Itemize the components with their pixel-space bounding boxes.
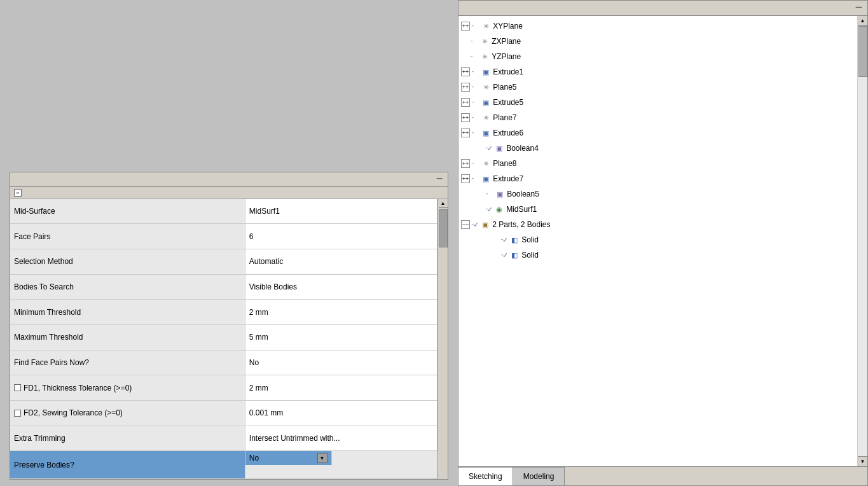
plane-icon: ✳ [481, 21, 491, 31]
table-row[interactable]: Minimum Threshold2 mm [10, 300, 437, 325]
tree-item-label: Extrude7 [493, 172, 523, 185]
extrude-icon: ▣ [481, 174, 491, 184]
tree-pin-icon[interactable]: 𝍠 [855, 3, 862, 13]
list-item[interactable]: ····✳ZXPlane [458, 34, 857, 49]
checkbox[interactable] [14, 410, 21, 417]
tree-connector: ···· [471, 20, 473, 32]
tree-connector: ···· [470, 35, 472, 48]
details-scrollbar[interactable]: ▲ [437, 199, 448, 479]
property-value: MidSurf1 [245, 199, 437, 224]
property-value: 2 mm [245, 375, 437, 401]
table-row[interactable]: Mid-SurfaceMidSurf1 [10, 199, 437, 224]
details-titlebar: 𝍠 [10, 172, 448, 187]
plane-icon: ✳ [479, 52, 490, 62]
expand-button[interactable]: + [461, 98, 470, 107]
property-value[interactable]: No▼ [245, 451, 332, 465]
property-value: Visible Bodies [245, 274, 437, 300]
list-item[interactable]: ····✓◧Solid [458, 232, 857, 247]
tree-item-label: Extrude6 [493, 127, 523, 139]
details-window: 𝍠 − Mid-SurfaceMidSurf1Face Pairs6Select… [10, 172, 448, 480]
checkbox[interactable] [14, 384, 21, 391]
plane-icon: ✳ [481, 82, 491, 92]
table-row[interactable]: Extra TrimmingIntersect Untrimmed with..… [10, 426, 437, 451]
tree-item-label: Extrude5 [493, 96, 523, 109]
tree-item-label: Solid [521, 249, 539, 261]
details-pin-icon[interactable]: 𝍠 [436, 175, 443, 184]
solid-icon: ◧ [509, 250, 520, 260]
tree-item-label: MidSurf1 [506, 203, 537, 216]
list-item[interactable]: ····✳YZPlane [458, 49, 857, 64]
dropdown-arrow[interactable]: ▼ [317, 453, 327, 463]
tree-item-label: Plane7 [493, 111, 516, 124]
table-row[interactable]: Face Pairs6 [10, 224, 437, 249]
list-item[interactable]: +····✳Plane7 [458, 110, 857, 125]
tree-scroll-thumb[interactable] [858, 26, 867, 77]
tree-connector: ···· [471, 111, 473, 124]
list-item[interactable]: +····✳Plane5 [458, 80, 857, 95]
tab-bar: SketchingModeling [458, 466, 867, 485]
details-panel: 𝍠 − Mid-SurfaceMidSurf1Face Pairs6Select… [0, 0, 458, 486]
list-item[interactable]: +····✳Plane8 [458, 156, 857, 171]
table-row[interactable]: Selection MethodAutomatic [10, 249, 437, 274]
property-value: Automatic [245, 249, 437, 274]
tree-check-icon: ✓ [487, 203, 493, 216]
tree-connector: ···· [485, 188, 487, 200]
expand-button[interactable]: + [461, 159, 470, 168]
table-row[interactable]: FD2, Sewing Tolerance (>=0)0.001 mm [10, 401, 437, 426]
tree-scroll-up[interactable]: ▲ [858, 16, 868, 26]
property-value: Intersect Untrimmed with... [245, 426, 437, 451]
boolean-icon: ▣ [494, 143, 504, 153]
expand-button[interactable]: + [461, 174, 470, 183]
list-item[interactable]: +····▣Extrude1 [458, 64, 857, 80]
list-item[interactable]: −····✓▣2 Parts, 2 Bodies [458, 217, 857, 232]
tree-scrollbar[interactable]: ▲ ▼ [857, 16, 867, 466]
expand-button[interactable]: + [461, 113, 470, 122]
table-row[interactable]: Find Face Pairs Now?No [10, 350, 437, 375]
property-value: 2 mm [245, 300, 437, 325]
expand-button[interactable]: − [461, 220, 470, 229]
list-item[interactable]: +····▣Extrude7 [458, 171, 857, 186]
property-label: Preserve Bodies? [10, 451, 245, 479]
properties-table: Mid-SurfaceMidSurf1Face Pairs6Selection … [10, 199, 437, 479]
midsurf-icon: ◉ [494, 204, 504, 214]
list-item[interactable]: +····✳XYPlane [458, 18, 857, 34]
table-row[interactable]: FD1, Thickness Tolerance (>=0)2 mm [10, 375, 437, 401]
tab-sketching[interactable]: Sketching [458, 466, 513, 485]
plane-icon: ✳ [479, 36, 490, 46]
checkbox-label: FD2, Sewing Tolerance (>=0) [24, 408, 123, 417]
tree-item-label: Boolean5 [507, 188, 539, 200]
tree-window: 𝍠 +····✳XYPlane····✳ZXPlane····✳YZPlane+… [458, 0, 868, 486]
list-item[interactable]: ····▣Boolean5 [458, 186, 857, 202]
expand-button[interactable]: + [461, 83, 470, 92]
tree-content: +····✳XYPlane····✳ZXPlane····✳YZPlane+··… [458, 16, 867, 466]
property-value: 0.001 mm [245, 401, 437, 426]
table-row[interactable]: Preserve Bodies?No▼ [10, 451, 437, 479]
list-item[interactable]: ····✓◉MidSurf1 [458, 202, 857, 217]
parts-icon: ▣ [480, 219, 490, 230]
tree-scroll-track [858, 26, 868, 456]
expand-button[interactable]: + [461, 22, 470, 31]
table-row[interactable]: Bodies To SearchVisible Bodies [10, 274, 437, 300]
table-row[interactable]: Maximum Threshold5 mm [10, 325, 437, 351]
plane-icon: ✳ [481, 158, 491, 169]
expand-button[interactable]: + [461, 128, 470, 137]
list-item[interactable]: +····▣Extrude6 [458, 125, 857, 141]
solid-icon: ◧ [509, 235, 520, 245]
extrude-icon: ▣ [481, 97, 491, 108]
scroll-thumb[interactable] [439, 209, 448, 247]
list-item[interactable]: +····▣Extrude5 [458, 95, 857, 110]
list-item[interactable]: ····✓▣Boolean4 [458, 141, 857, 156]
tree-scroll-down[interactable]: ▼ [858, 456, 868, 466]
scroll-up-arrow[interactable]: ▲ [439, 199, 448, 208]
list-item[interactable]: ····✓◧Solid [458, 247, 857, 263]
property-label: Extra Trimming [10, 426, 245, 451]
tree-connector: ···· [471, 157, 473, 170]
property-label: Maximum Threshold [10, 325, 245, 351]
collapse-button[interactable]: − [14, 189, 22, 197]
tree-item-label: Solid [521, 233, 539, 246]
expand-button[interactable]: + [461, 67, 470, 76]
tree-connector: ···· [471, 96, 473, 109]
tree-connector: ···· [470, 50, 472, 63]
tab-modeling[interactable]: Modeling [513, 467, 565, 485]
tree-list: +····✳XYPlane····✳ZXPlane····✳YZPlane+··… [458, 16, 857, 466]
